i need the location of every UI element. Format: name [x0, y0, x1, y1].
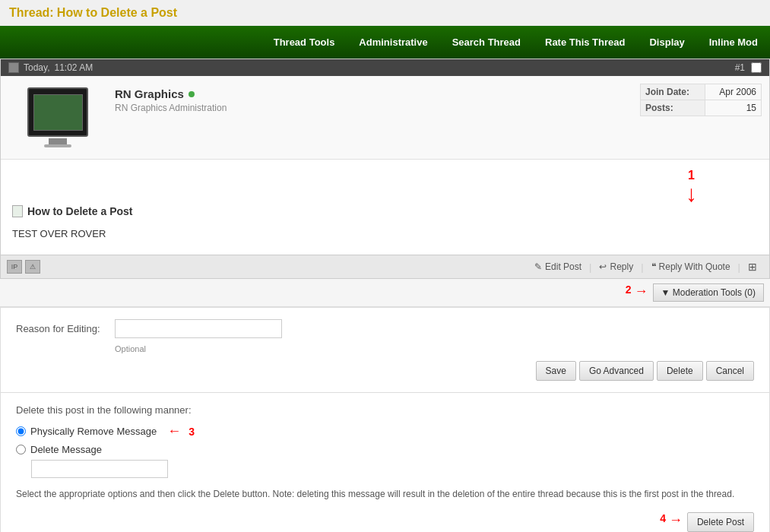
reason-row: Reason for Editing:: [16, 319, 754, 338]
optional-note: Optional: [16, 344, 754, 353]
save-button[interactable]: Save: [536, 361, 576, 381]
top-nav: Thread Tools Administrative Search Threa…: [0, 26, 770, 59]
cancel-button[interactable]: Cancel: [706, 361, 754, 381]
delete-message-label: Delete Message: [30, 444, 102, 455]
delete-button[interactable]: Delete: [657, 361, 703, 381]
delete-message-radio[interactable]: [16, 445, 26, 454]
moderation-bar: 2 → ▼ Moderation Tools (0): [0, 279, 770, 307]
annotation-1: 1: [688, 169, 695, 182]
page-title: Thread: How to Delete a Post: [0, 0, 770, 26]
post-title: How to Delete a Post: [12, 205, 758, 217]
action-icons: IP ⚠: [7, 260, 40, 274]
report-icon[interactable]: ⚠: [25, 260, 40, 274]
reason-input[interactable]: [115, 319, 282, 338]
multi-quote-link[interactable]: ⊞: [742, 258, 763, 275]
delete-prompt: Delete this post in the following manner…: [16, 404, 754, 416]
annotation-arrow-3: ←: [167, 423, 181, 439]
edit-post-link[interactable]: ✎ Edit Post: [528, 259, 588, 274]
physically-remove-radio[interactable]: [16, 426, 26, 436]
edit-section: Reason for Editing: Optional Save Go Adv…: [0, 307, 770, 393]
post-content: TEST OVER ROVER: [12, 225, 758, 239]
nav-thread-tools[interactable]: Thread Tools: [261, 26, 347, 59]
post-body: 1 ↓ How to Delete a Post TEST OVER ROVER: [1, 160, 769, 255]
avatar: [27, 87, 88, 137]
edit-icon: ✎: [534, 261, 542, 272]
delete-section: Delete this post in the following manner…: [0, 393, 770, 532]
reply-icon: ↩: [599, 261, 607, 272]
nav-rate-thread[interactable]: Rate This Thread: [533, 26, 637, 59]
nav-administrative[interactable]: Administrative: [347, 26, 439, 59]
user-stats: Join Date: Apr 2006 Posts: 15: [640, 84, 762, 151]
edit-buttons: Save Go Advanced Delete Cancel: [16, 361, 754, 381]
delete-post-button[interactable]: Delete Post: [687, 512, 754, 532]
action-links: ✎ Edit Post | ↩ Reply | ❝ Reply With Quo…: [528, 258, 763, 275]
post-icon: [8, 62, 19, 73]
reply-link[interactable]: ↩ Reply: [593, 259, 639, 274]
ip-icon[interactable]: IP: [7, 260, 22, 274]
nav-search-thread[interactable]: Search Thread: [440, 26, 533, 59]
annotation-2: 2: [626, 283, 632, 302]
doc-icon: [12, 205, 23, 217]
delete-reason-input[interactable]: [31, 460, 168, 478]
nav-inline-mod[interactable]: Inline Mod: [697, 26, 770, 59]
username: RN Graphics: [115, 87, 632, 100]
quote-icon: ❝: [651, 261, 656, 272]
annotation-arrow-4: →: [669, 512, 683, 532]
user-title: RN Graphics Administration: [115, 103, 632, 113]
go-advanced-button[interactable]: Go Advanced: [579, 361, 654, 381]
reply-with-quote-link[interactable]: ❝ Reply With Quote: [645, 259, 737, 274]
post-action-bar: IP ⚠ ✎ Edit Post | ↩ Reply | ❝: [1, 255, 769, 278]
post-number: #1: [735, 62, 745, 73]
annotation-4: 4: [660, 512, 666, 532]
post-select-checkbox[interactable]: [751, 62, 762, 73]
delete-note: Select the appropriate options and then …: [16, 487, 754, 501]
physically-remove-label: Physically Remove Message: [30, 426, 157, 437]
online-indicator: [189, 91, 195, 97]
post-header: RN Graphics RN Graphics Administration J…: [1, 76, 769, 160]
user-info: RN Graphics RN Graphics Administration: [107, 84, 640, 151]
post-meta-bar: Today, 11:02 AM #1: [1, 59, 769, 76]
nav-display[interactable]: Display: [637, 26, 696, 59]
reason-label: Reason for Editing:: [16, 319, 107, 334]
annotation-3: 3: [189, 426, 195, 438]
delete-post-bar: 4 → Delete Post: [16, 512, 754, 532]
moderation-tools-button[interactable]: ▼ Moderation Tools (0): [653, 283, 764, 302]
physically-remove-option: Physically Remove Message ← 3: [16, 423, 754, 439]
delete-message-option: Delete Message: [16, 444, 754, 455]
annotation-arrow-1: ↓: [686, 181, 697, 206]
avatar-section: [8, 84, 107, 151]
annotation-arrow-2: →: [635, 283, 648, 302]
